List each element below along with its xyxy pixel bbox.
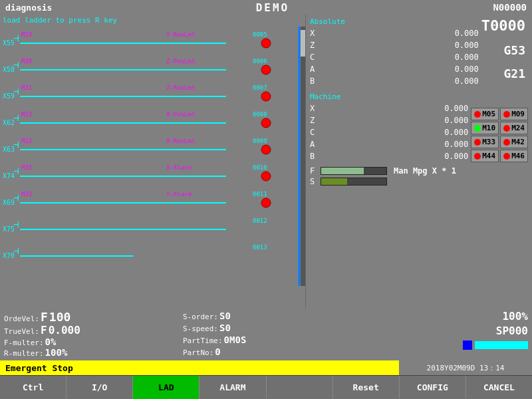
cancel-button[interactable]: CANCEL	[466, 376, 532, 399]
t-value: T0000	[481, 17, 525, 34]
svg-text:M33: M33	[21, 191, 32, 198]
svg-text:0007: 0007	[253, 84, 267, 91]
svg-text:⊣: ⊣	[13, 219, 19, 229]
abs-a-val: 0.000	[455, 63, 479, 75]
svg-text:M32: M32	[21, 164, 32, 171]
svg-point-12	[261, 65, 271, 74]
svg-text:⊣: ⊣	[13, 112, 19, 123]
empty-button	[267, 376, 333, 399]
m05-dot	[474, 111, 481, 118]
g21-value: G21	[503, 66, 525, 80]
man-mpg-label: Man Mpg X * 1	[394, 166, 456, 176]
absolute-title: Absolute	[310, 17, 479, 26]
mach-b-val: 0.000	[444, 150, 468, 162]
m09-label: M09	[511, 110, 525, 118]
svg-text:Z-PosLmt: Z-PosLmt	[166, 58, 195, 65]
mach-a-label: A	[310, 138, 315, 150]
svg-text:⊣: ⊣	[13, 139, 19, 150]
m24-label: M24	[511, 124, 525, 132]
ladder-diagram: X55 ⊣ M19 Y-RevLmt 0005 X58 ⊣ M20 Z-PosL…	[0, 27, 306, 286]
m05-label: M05	[482, 110, 495, 118]
abs-z-label: Z	[310, 39, 315, 51]
config-button[interactable]: CONFIG	[400, 376, 466, 399]
f-bar-label: F	[310, 166, 318, 176]
f-multer-val: 0%	[45, 336, 57, 347]
abs-b-label: B	[310, 75, 315, 87]
svg-point-33	[261, 145, 271, 154]
f-multer-label: F-multer:	[4, 338, 44, 347]
true-vel-prefix: F	[41, 324, 47, 336]
m24-dot	[503, 125, 510, 132]
s-order-label: S-order:	[183, 313, 218, 321]
svg-text:0011: 0011	[253, 191, 267, 198]
svg-point-19	[261, 92, 271, 101]
m10-dot	[474, 125, 481, 132]
svg-point-47	[261, 198, 271, 207]
mach-b-label: B	[310, 150, 315, 162]
svg-point-26	[261, 118, 271, 128]
demo-label: DEMO	[256, 1, 290, 14]
svg-text:Z-RevLmt: Z-RevLmt	[166, 84, 195, 91]
svg-text:M23: M23	[21, 138, 32, 144]
mach-z-val: 0.000	[444, 114, 468, 126]
m46-label: M46	[511, 152, 525, 160]
svg-text:⊣: ⊣	[13, 86, 19, 96]
n-value: N00000	[493, 2, 527, 13]
mach-x-label: X	[310, 102, 315, 114]
percent-val: 100%	[502, 310, 528, 323]
m42-label: M42	[511, 138, 525, 146]
svg-text:M22: M22	[21, 111, 32, 118]
reset-button[interactable]: Reset	[333, 376, 400, 399]
svg-text:A-RevLmt: A-RevLmt	[166, 138, 195, 144]
mach-c-val: 0.000	[444, 126, 468, 138]
svg-text:0005: 0005	[253, 31, 267, 38]
lad-button[interactable]: LAD	[133, 376, 200, 399]
part-no-label: PartNo:	[183, 348, 213, 357]
mach-a-val: 0.000	[444, 138, 468, 150]
m46-dot	[503, 153, 510, 160]
svg-text:0006: 0006	[253, 58, 267, 65]
svg-text:0013: 0013	[253, 244, 267, 251]
svg-text:M19: M19	[21, 31, 32, 38]
m44-button[interactable]: M44	[471, 150, 499, 162]
svg-rect-58	[301, 27, 306, 286]
mach-z-label: Z	[310, 114, 315, 126]
g53-value: G53	[503, 43, 525, 57]
abs-c-label: C	[310, 51, 315, 63]
svg-text:⊣: ⊣	[13, 166, 19, 176]
io-button[interactable]: I/O	[66, 376, 133, 399]
part-time-label: PartTime:	[183, 336, 223, 345]
m05-button[interactable]: M05	[471, 108, 499, 120]
m24-button[interactable]: M24	[500, 122, 528, 134]
s-speed-label: S-speed:	[183, 325, 218, 333]
s-order-val: S0	[219, 311, 231, 321]
ctrl-button[interactable]: Ctrl	[0, 376, 66, 399]
m42-button[interactable]: M42	[500, 136, 528, 148]
svg-text:0012: 0012	[253, 217, 267, 224]
abs-x-val: 0.000	[455, 27, 479, 39]
part-time-val: 0M0S	[224, 334, 247, 345]
svg-text:Y-RevLmt: Y-RevLmt	[166, 31, 195, 38]
r-multer-label: R-multer:	[4, 349, 44, 358]
abs-c-val: 0.000	[455, 51, 479, 63]
s-bar-label: S	[310, 177, 318, 186]
m42-dot	[503, 139, 510, 146]
m10-button[interactable]: M10	[471, 122, 499, 134]
svg-text:⊣: ⊣	[13, 192, 19, 203]
datetime-display: 2018Y02M09D 13：14	[399, 360, 532, 375]
alarm-button[interactable]: ALARM	[200, 376, 266, 399]
s-speed-val: S0	[219, 323, 231, 333]
m46-button[interactable]: M46	[500, 150, 528, 162]
m33-button[interactable]: M33	[471, 136, 499, 148]
mach-c-label: C	[310, 126, 315, 138]
svg-text:M21: M21	[21, 84, 32, 91]
abs-z-val: 0.000	[455, 39, 479, 51]
sp-val: SP000	[496, 325, 528, 337]
svg-text:Y-Alarm: Y-Alarm	[166, 191, 192, 198]
r-multer-val: 100%	[45, 347, 68, 358]
m33-dot	[474, 139, 481, 146]
svg-text:X-Alarm: X-Alarm	[166, 164, 192, 171]
abs-b-val: 0.000	[455, 75, 479, 87]
m09-button[interactable]: M09	[500, 108, 528, 120]
svg-text:⊣: ⊣	[13, 59, 19, 70]
